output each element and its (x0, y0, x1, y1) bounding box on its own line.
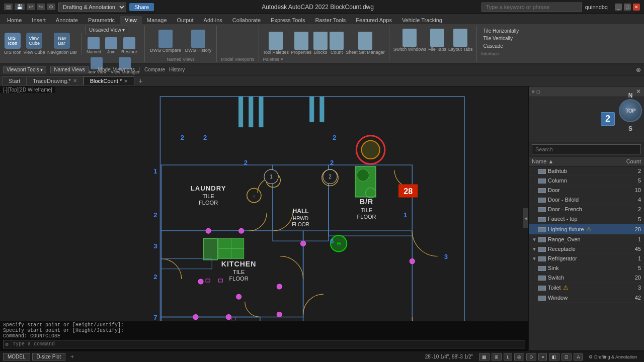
tab-view[interactable]: View (120, 16, 142, 24)
dsize-plot-tab[interactable]: D-size Plot (32, 353, 65, 360)
viewport-tools-dropdown[interactable]: Viewport Tools ▾ (3, 66, 46, 73)
tab-featured[interactable]: Featured Apps (351, 16, 397, 24)
table-row[interactable]: Window 42 (529, 293, 644, 303)
panel-search-input[interactable] (532, 144, 641, 154)
item-name: Lighting fixture (548, 226, 584, 232)
svg-text:1: 1 (153, 167, 157, 175)
tab-manage[interactable]: Manage (142, 16, 172, 24)
table-row[interactable]: Sink 5 (529, 263, 644, 273)
named-button[interactable]: Named (86, 36, 102, 55)
compass-north: N (628, 92, 633, 99)
table-row[interactable]: Column 5 (529, 176, 644, 186)
model-viewports-group: Model Viewports (221, 26, 259, 62)
item-name: Faucet - top (548, 216, 578, 222)
item-name: Column (548, 177, 567, 184)
add-layout-tab[interactable]: + (67, 353, 77, 361)
unsaved-view-dropdown[interactable]: Unsaved View ▾ (86, 26, 129, 34)
selection-btn[interactable]: ⊡ (561, 353, 572, 360)
panel-restore-btn[interactable]: □ (537, 89, 540, 95)
table-row[interactable]: ▼Receptacle 45 (529, 244, 644, 253)
transparency-btn[interactable]: ◧ (549, 353, 559, 360)
table-row[interactable]: Door - Bifold 4 (529, 195, 644, 205)
join-button[interactable]: Join (104, 36, 118, 55)
svg-text:⊕: ⊕ (337, 240, 341, 246)
compass-widget[interactable]: TOP (619, 99, 642, 122)
sheet-set-button[interactable]: Sheet Set Manager (346, 32, 385, 55)
table-row[interactable]: Toilet⚠ 3 (529, 283, 644, 293)
table-row[interactable]: Faucet - top 5 (529, 214, 644, 224)
search-input[interactable] (481, 3, 582, 12)
view-manager-button[interactable]: View Manager (110, 56, 140, 75)
grid-btn[interactable]: ⊞ (492, 353, 502, 360)
svg-text:2: 2 (329, 174, 332, 179)
table-row[interactable]: Lighting fixture⚠ 28 (529, 224, 644, 234)
table-row[interactable]: ▼Refrigerator 1 (529, 253, 644, 263)
svg-text:TILE: TILE (202, 193, 214, 199)
dwg-history-button[interactable]: DWG History (184, 29, 213, 54)
table-row[interactable]: Door 10 (529, 186, 644, 195)
tab-insert[interactable]: Insert (27, 16, 51, 24)
count-table-container: Name ▲ Count Bathtub 2 Column 5 Door 10 (529, 157, 644, 350)
collapse-ribbon-btn[interactable]: ⊗ (636, 66, 641, 73)
count-button[interactable]: Count (330, 32, 344, 55)
tile-horizontally-btn[interactable]: Tile Horizontally (481, 28, 521, 34)
workspace-dropdown[interactable]: Drafting & Annotation (58, 3, 126, 12)
item-name: Door - French (548, 206, 582, 212)
lineweight-btn[interactable]: ≡ (538, 353, 547, 360)
item-count: 1 (616, 253, 644, 263)
polar-btn[interactable]: ◎ (514, 353, 524, 360)
app-menu-icons[interactable]: ▤ 💾 ↩ ↪ ⚙ (4, 4, 55, 10)
snap-btn[interactable]: ▦ (479, 353, 490, 360)
cascade-btn[interactable]: Cascade (481, 43, 521, 49)
tab-collaborate[interactable]: Collaborate (227, 16, 266, 24)
share-button[interactable]: Share (129, 3, 154, 11)
count-selected-badge: 2 (601, 112, 615, 126)
command-input[interactable] (11, 340, 525, 348)
panel-collapse-handle[interactable]: ◀ (523, 208, 528, 228)
tab-addins[interactable]: Add-ins (199, 16, 227, 24)
item-count: 20 (616, 273, 644, 282)
tab-raster[interactable]: Raster Tools (310, 16, 351, 24)
item-count: 5 (616, 214, 644, 224)
item-count: 5 (616, 176, 644, 186)
table-row[interactable]: Door - French 2 (529, 205, 644, 214)
tab-parametric[interactable]: Parametric (83, 16, 120, 24)
named-views-dropdown[interactable]: Named Views (50, 66, 89, 73)
compass-south: S (628, 125, 632, 132)
window-controls[interactable]: _ □ ✕ (615, 4, 640, 11)
svg-text:7: 7 (153, 314, 157, 321)
ortho-btn[interactable]: L (504, 353, 512, 360)
dwg-compare-label: Compare (144, 67, 165, 72)
file-tabs-button[interactable]: File Tabs (428, 29, 446, 52)
compass-area[interactable]: TOP N S 2 (529, 97, 644, 142)
table-row[interactable]: ▼Range_Oven 1 (529, 234, 644, 244)
tile-vertically-btn[interactable]: Tile Vertically (481, 35, 521, 42)
panel-close-btn[interactable]: ✕ (636, 88, 641, 95)
doc-tab-tracedrawing[interactable]: TraceDrawing.* ✕ (27, 76, 83, 85)
table-row[interactable]: Switch 20 (529, 273, 644, 282)
new-view-button[interactable]: New View (86, 56, 108, 75)
tab-vehicle[interactable]: Vehicle Tracking (397, 16, 447, 24)
canvas-viewport[interactable]: [-][Top][2D Wireframe] (0, 86, 528, 350)
restore-button[interactable]: Restore (120, 36, 138, 55)
switch-windows-button[interactable]: Switch Windows (393, 29, 427, 52)
tab-home[interactable]: Home (2, 16, 27, 24)
table-row[interactable]: Bathtub 2 (529, 166, 644, 176)
tab-output[interactable]: Output (172, 16, 199, 24)
panel-collapse-btn[interactable]: ≡ (532, 89, 535, 95)
annotation-btn[interactable]: A (574, 353, 583, 360)
tool-palettes-button[interactable]: Tool Palettes (263, 32, 289, 55)
dwg-compare-button[interactable]: DWG Compare (149, 29, 182, 54)
blocks-button[interactable]: Blocks (313, 32, 328, 55)
model-tab[interactable]: MODEL (3, 353, 30, 360)
doc-tab-blockcount[interactable]: BlockCount.* ✕ (84, 76, 135, 85)
properties-button[interactable]: Properties (291, 32, 311, 55)
tab-express[interactable]: Express Tools (266, 16, 310, 24)
blockcount-panel: ≡ □ ✕ TOP N S 2 (528, 86, 644, 350)
svg-text:1: 1 (404, 211, 407, 219)
osnap-btn[interactable]: ⊙ (526, 353, 536, 360)
add-doc-tab[interactable]: + (134, 76, 146, 86)
layout-tabs-button[interactable]: Layout Tabs (448, 29, 472, 52)
doc-tab-start[interactable]: Start (2, 76, 27, 85)
tab-annotate[interactable]: Annotate (51, 16, 83, 24)
